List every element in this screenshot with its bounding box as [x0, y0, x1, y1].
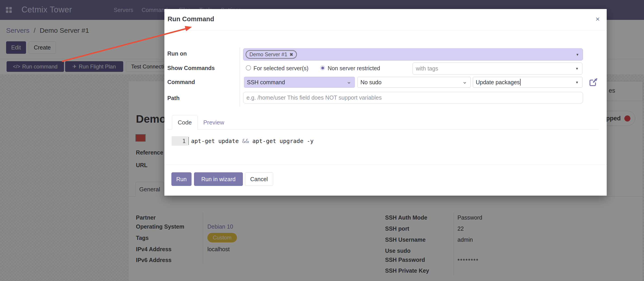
cancel-button[interactable]: Cancel [245, 172, 273, 186]
close-icon[interactable]: × [594, 15, 602, 23]
radio-non-server-restricted[interactable] [320, 65, 325, 70]
command-type-select[interactable]: SSH command ⌄ [244, 77, 355, 88]
show-commands-label: Show Commands [167, 65, 215, 71]
with-tags-caret-icon[interactable]: ▼ [575, 67, 579, 70]
command-label: Command [167, 79, 195, 85]
command-caret-icon[interactable]: ▼ [575, 80, 579, 84]
command-input[interactable]: Update packages ▼ [473, 77, 582, 88]
modal-footer-divider [164, 164, 607, 165]
path-input[interactable]: e.g. /home/user This field does NOT supp… [243, 92, 583, 103]
run-on-label: Run on [167, 50, 187, 57]
run-button[interactable]: Run [172, 172, 192, 186]
run-command-modal: Run Command × Run on Show Commands Comma… [164, 9, 607, 196]
tab-preview[interactable]: Preview [203, 119, 224, 126]
run-in-wizard-button[interactable]: Run in wizard [194, 172, 243, 186]
code-line[interactable]: apt-get update && apt-get upgrade -y [191, 138, 314, 144]
radio-non-server-restricted-label[interactable]: Non server restricted [328, 65, 380, 72]
radio-for-selected-servers-label[interactable]: For selected server(s) [254, 65, 308, 72]
run-on-caret-icon[interactable]: ▼ [576, 53, 579, 56]
editor-cursor [188, 137, 189, 145]
code-line-number: 1 [172, 136, 188, 146]
sudo-chevron-icon[interactable]: ⌄ [462, 78, 467, 85]
modal-header-divider [164, 30, 607, 31]
tab-code[interactable]: Code [172, 115, 198, 129]
label-column-divider [240, 47, 240, 107]
modal-title: Run Command [168, 15, 214, 23]
with-tags-select[interactable]: with tags ▼ [412, 63, 582, 74]
text-cursor [520, 79, 520, 86]
remove-tag-icon[interactable]: ✖ [290, 52, 293, 57]
path-label: Path [167, 95, 180, 101]
run-on-multiselect[interactable]: Demo Server #1 ✖ ▼ [243, 48, 583, 60]
sudo-select[interactable]: No sudo ⌄ [358, 77, 470, 88]
external-link-icon[interactable] [588, 78, 598, 87]
command-type-chevron-icon[interactable]: ⌄ [346, 78, 352, 85]
modal-tabs-border [167, 129, 599, 129]
server-tag-pill: Demo Server #1 ✖ [246, 50, 297, 59]
radio-for-selected-servers[interactable] [246, 65, 251, 70]
